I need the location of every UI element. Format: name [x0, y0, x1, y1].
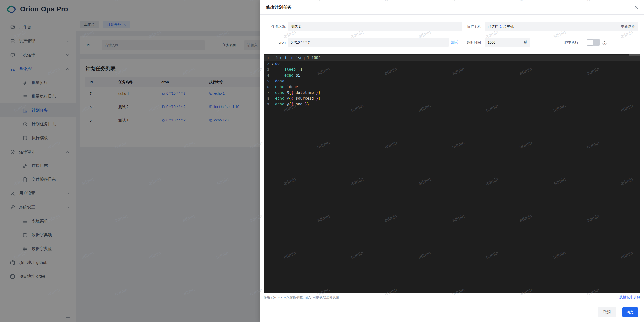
line-number: 8	[264, 96, 269, 101]
exec-host-field[interactable]: 已选择 2 台主机 重新选择	[485, 22, 638, 31]
app-root: Orion Ops Pro 工作台资产管理主机运维命令执行批量执行批量执行日志计…	[0, 0, 644, 322]
line-number: 1	[264, 55, 269, 61]
cron-value: 0 */10 * * * ?	[291, 40, 310, 44]
editor-line[interactable]: 2∨do	[264, 61, 640, 67]
help-glyph: ?	[603, 41, 605, 44]
code-text: sleep .1	[275, 67, 302, 73]
timeout-label: 超时时间	[465, 38, 481, 47]
task-name-label: 任务名称	[262, 22, 286, 31]
line-number: 3	[264, 67, 269, 73]
editor-gutter: 1	[264, 55, 275, 61]
line-number: 2	[264, 61, 269, 67]
code-text: echo @{{ seq }}	[275, 101, 309, 107]
cron-field[interactable]: 0 */10 * * * ?	[288, 38, 449, 47]
host-selected-count: 2	[500, 25, 502, 29]
code-text: echo 'done'	[275, 84, 300, 90]
editor-gutter: 2∨	[264, 61, 275, 67]
editor-line[interactable]: 5done	[264, 78, 640, 84]
line-number: 5	[264, 78, 269, 84]
script-exec-toggle[interactable]	[587, 39, 600, 46]
editor-line[interactable]: 4echo $i	[264, 73, 640, 78]
fold-chevron-icon[interactable]: ∨	[270, 61, 275, 67]
editor-gutter: 5	[264, 78, 275, 84]
indent-guide	[275, 73, 284, 78]
editor-gutter: 4	[264, 73, 275, 78]
script-exec-label: 脚本执行	[564, 38, 580, 47]
editor-hint: 使用 @{{ xxx }} 来替换参数, 输入_可以获取全部变量	[264, 295, 339, 300]
edit-task-drawer: 修改计划任务 任务名称 测试 2 执行主机 已选择 2 台主机 重新选择 cro…	[260, 0, 644, 322]
editor-line[interactable]: 8echo @{{ sourceId }}	[264, 96, 640, 101]
confirm-button[interactable]: 确定	[622, 307, 638, 317]
exec-host-label: 执行主机	[465, 22, 481, 31]
cron-test-link[interactable]: 测试	[451, 40, 458, 45]
line-number: 9	[264, 101, 269, 107]
line-number: 7	[264, 90, 269, 96]
editor-gutter: 6	[264, 84, 275, 90]
cron-label: cron	[262, 38, 286, 47]
line-number: 6	[264, 84, 269, 90]
editor-gutter: 9	[264, 101, 275, 107]
drawer-title: 修改计划任务	[266, 4, 292, 10]
editor-line[interactable]: 3sleep .1	[264, 67, 640, 73]
editor-gutter: 3	[264, 67, 275, 73]
indent-guide	[275, 67, 284, 73]
drawer-close-icon[interactable]	[634, 5, 638, 10]
code-text: done	[275, 78, 284, 84]
reselect-hosts-link[interactable]: 重新选择	[621, 24, 635, 29]
editor-gutter: 8	[264, 96, 275, 101]
toggle-knob	[587, 40, 593, 45]
code-text: echo $i	[275, 73, 300, 78]
editor-line[interactable]: 6echo 'done'	[264, 84, 640, 90]
editor-scrollbar[interactable]	[629, 54, 640, 56]
script-code-editor[interactable]: 1for i in `seq 1 100`2∨do3sleep .14echo …	[264, 54, 640, 293]
timeout-unit: 秒	[524, 40, 527, 45]
cancel-button[interactable]: 取消	[598, 307, 616, 317]
editor-line[interactable]: 7echo @{{ datetime }}	[264, 90, 640, 96]
editor-line[interactable]: 9echo @{{ seq }}	[264, 101, 640, 107]
timeout-value: 1000	[488, 40, 495, 44]
code-text: do	[275, 61, 280, 67]
task-name-value: 测试 2	[291, 24, 301, 29]
drawer-header: 修改计划任务	[260, 0, 644, 15]
timeout-field[interactable]: 1000 秒	[485, 38, 530, 47]
task-name-field[interactable]: 测试 2	[288, 22, 462, 31]
code-text: echo @{{ datetime }}	[275, 90, 321, 96]
editor-line[interactable]: 1for i in `seq 1 100`	[264, 55, 640, 61]
code-text: echo @{{ sourceId }}	[275, 96, 321, 101]
host-selected-suffix: 台主机	[503, 24, 514, 29]
choose-template-link[interactable]: 从模板中选择	[619, 295, 640, 300]
code-text: for i in `seq 1 100`	[275, 55, 321, 61]
help-icon[interactable]: ?	[602, 40, 607, 45]
host-selected-prefix: 已选择	[488, 24, 498, 29]
editor-gutter: 7	[264, 90, 275, 96]
line-number: 4	[264, 73, 269, 78]
drawer-footer: 取消 确定	[260, 303, 644, 322]
